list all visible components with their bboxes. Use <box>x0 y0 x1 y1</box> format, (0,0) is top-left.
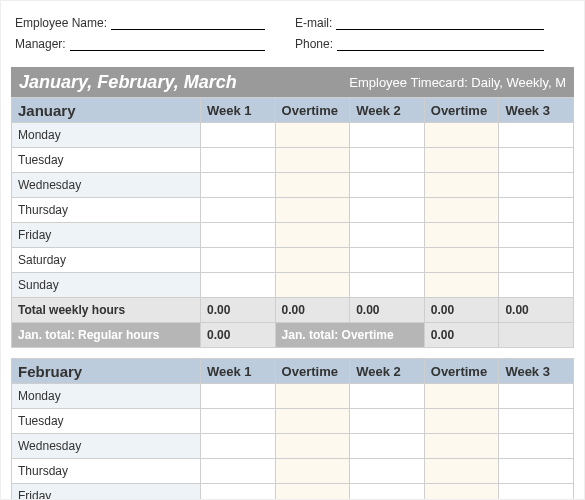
col-overtime2: Overtime <box>424 98 499 123</box>
timecard-january: January Week 1 Overtime Week 2 Overtime … <box>11 97 574 348</box>
day-label: Sunday <box>12 273 201 298</box>
day-label: Wednesday <box>12 173 201 198</box>
cell[interactable] <box>499 198 574 223</box>
day-label: Tuesday <box>12 409 201 434</box>
cell[interactable] <box>275 484 350 501</box>
day-label: Friday <box>12 223 201 248</box>
cell[interactable] <box>424 123 499 148</box>
cell[interactable] <box>275 459 350 484</box>
cell[interactable] <box>275 173 350 198</box>
banner-title: January, February, March <box>19 72 237 93</box>
banner-subtitle: Employee Timecard: Daily, Weekly, M <box>349 75 566 90</box>
cell[interactable] <box>424 434 499 459</box>
cell[interactable] <box>201 123 276 148</box>
day-label: Thursday <box>12 459 201 484</box>
cell[interactable] <box>275 248 350 273</box>
cell[interactable] <box>201 273 276 298</box>
jan-total-overtime-label: Jan. total: Overtime <box>275 323 424 348</box>
total-ot2: 0.00 <box>424 298 499 323</box>
cell[interactable] <box>275 273 350 298</box>
email-label: E-mail: <box>295 16 336 30</box>
cell[interactable] <box>499 484 574 501</box>
cell[interactable] <box>350 123 425 148</box>
cell[interactable] <box>350 198 425 223</box>
cell[interactable] <box>201 248 276 273</box>
cell[interactable] <box>275 123 350 148</box>
cell[interactable] <box>201 198 276 223</box>
cell[interactable] <box>201 484 276 501</box>
cell[interactable] <box>350 148 425 173</box>
cell[interactable] <box>424 384 499 409</box>
cell[interactable] <box>499 248 574 273</box>
cell[interactable] <box>499 459 574 484</box>
cell[interactable] <box>350 273 425 298</box>
cell[interactable] <box>350 173 425 198</box>
cell[interactable] <box>424 198 499 223</box>
cell[interactable] <box>275 198 350 223</box>
month-header-january: January <box>12 98 201 123</box>
cell[interactable] <box>499 223 574 248</box>
col-overtime1: Overtime <box>275 98 350 123</box>
cell[interactable] <box>201 459 276 484</box>
quarter-banner: January, February, March Employee Timeca… <box>11 67 574 97</box>
col-week2: Week 2 <box>350 98 425 123</box>
jan-summary-spacer <box>499 323 574 348</box>
cell[interactable] <box>499 273 574 298</box>
total-week2: 0.00 <box>350 298 425 323</box>
cell[interactable] <box>499 123 574 148</box>
cell[interactable] <box>201 384 276 409</box>
day-label: Tuesday <box>12 148 201 173</box>
col-week3: Week 3 <box>499 359 574 384</box>
cell[interactable] <box>275 434 350 459</box>
day-label: Thursday <box>12 198 201 223</box>
cell[interactable] <box>350 248 425 273</box>
cell[interactable] <box>499 384 574 409</box>
cell[interactable] <box>201 148 276 173</box>
cell[interactable] <box>499 173 574 198</box>
cell[interactable] <box>201 173 276 198</box>
cell[interactable] <box>275 409 350 434</box>
cell[interactable] <box>424 148 499 173</box>
day-label: Friday <box>12 484 201 501</box>
cell[interactable] <box>350 459 425 484</box>
cell[interactable] <box>201 434 276 459</box>
cell[interactable] <box>424 484 499 501</box>
timecard-february: February Week 1 Overtime Week 2 Overtime… <box>11 358 574 500</box>
cell[interactable] <box>424 459 499 484</box>
jan-total-regular-label: Jan. total: Regular hours <box>12 323 201 348</box>
total-ot1: 0.00 <box>275 298 350 323</box>
jan-total-regular-value: 0.00 <box>201 323 276 348</box>
cell[interactable] <box>350 223 425 248</box>
col-week1: Week 1 <box>201 359 276 384</box>
cell[interactable] <box>350 434 425 459</box>
cell[interactable] <box>201 223 276 248</box>
employee-name-label: Employee Name: <box>15 16 111 30</box>
cell[interactable] <box>499 434 574 459</box>
employee-meta: Employee Name: E-mail: Manager: Phone: <box>11 11 574 67</box>
cell[interactable] <box>350 484 425 501</box>
cell[interactable] <box>275 223 350 248</box>
total-weekly-label: Total weekly hours <box>12 298 201 323</box>
cell[interactable] <box>424 273 499 298</box>
cell[interactable] <box>499 409 574 434</box>
month-header-february: February <box>12 359 201 384</box>
cell[interactable] <box>424 409 499 434</box>
phone-field[interactable] <box>337 36 544 51</box>
cell[interactable] <box>350 384 425 409</box>
total-week3: 0.00 <box>499 298 574 323</box>
manager-label: Manager: <box>15 37 70 51</box>
employee-name-field[interactable] <box>111 15 265 30</box>
day-label: Monday <box>12 123 201 148</box>
cell[interactable] <box>424 248 499 273</box>
cell[interactable] <box>275 148 350 173</box>
cell[interactable] <box>201 409 276 434</box>
day-label: Wednesday <box>12 434 201 459</box>
cell[interactable] <box>424 223 499 248</box>
email-field[interactable] <box>336 15 544 30</box>
cell[interactable] <box>499 148 574 173</box>
jan-total-overtime-value: 0.00 <box>424 323 499 348</box>
manager-field[interactable] <box>70 36 265 51</box>
cell[interactable] <box>350 409 425 434</box>
cell[interactable] <box>275 384 350 409</box>
cell[interactable] <box>424 173 499 198</box>
